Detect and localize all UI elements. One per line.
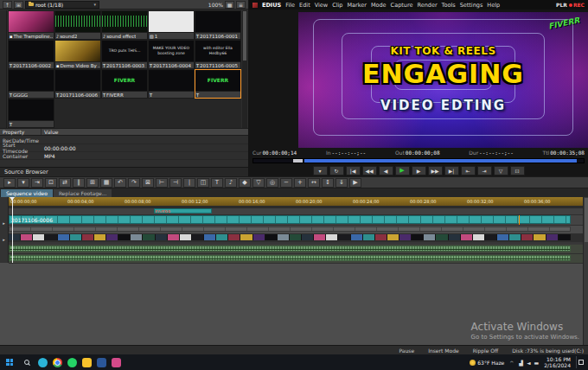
menu-item-help[interactable]: Help xyxy=(487,2,500,9)
timeline-clip-gray[interactable] xyxy=(9,226,571,232)
filmstrip-frame[interactable] xyxy=(58,234,70,240)
add-cut-point-icon[interactable]: ∣ xyxy=(183,178,195,188)
bin-clip[interactable]: MAKE YOUR VIDEO boosting zoneT20171106-0… xyxy=(148,40,195,69)
bin-clip[interactable]: ▨1 xyxy=(148,10,195,40)
filmstrip-frame[interactable] xyxy=(375,234,387,240)
keyframe-icon[interactable]: ◆ xyxy=(239,178,251,188)
bin-clip[interactable]: T20171106-0001 xyxy=(195,10,241,40)
loop-play-button[interactable]: ↻ xyxy=(329,166,344,175)
filmstrip-frame[interactable] xyxy=(290,234,302,240)
menu-item-file[interactable]: File xyxy=(285,2,295,9)
timeline-marker[interactable] xyxy=(519,215,520,225)
filmstrip-frame[interactable] xyxy=(9,234,21,240)
filmstrip-frame[interactable] xyxy=(21,234,33,240)
ripple-mode-icon[interactable]: ⇄ xyxy=(59,178,71,188)
bin-clip[interactable]: T20171106-0002 xyxy=(8,40,54,69)
filmstrip-frame[interactable] xyxy=(33,234,45,240)
tray-expand-caret[interactable]: ^ xyxy=(509,360,514,366)
audio-clip[interactable] xyxy=(9,255,571,261)
filmstrip-frame[interactable] xyxy=(485,234,497,240)
start-button[interactable] xyxy=(0,354,19,370)
scrollbar-thumb[interactable] xyxy=(243,11,246,61)
bin-clip[interactable]: FIVERRT xyxy=(195,69,241,99)
filmstrip-frame[interactable] xyxy=(534,234,546,240)
bin-clip[interactable]: FIVERRTFIVERR xyxy=(101,69,148,99)
filmstrip-frame[interactable] xyxy=(45,234,57,240)
filmstrip-frame[interactable] xyxy=(461,234,473,240)
filmstrip-frame[interactable] xyxy=(106,234,118,240)
edge-icon[interactable] xyxy=(38,358,48,367)
position-handle[interactable] xyxy=(293,159,303,163)
go-to-out-button[interactable]: ▶| xyxy=(444,166,459,175)
export-file-icon[interactable]: ⇓ xyxy=(336,178,348,188)
filmstrip-frame[interactable] xyxy=(302,234,314,240)
whatsapp-icon[interactable] xyxy=(67,358,77,367)
property-column-header[interactable]: Property xyxy=(0,129,42,135)
bin-clip[interactable]: TGGGG xyxy=(8,69,54,99)
bin-clip[interactable]: T xyxy=(148,69,195,99)
filmstrip-frame[interactable] xyxy=(326,234,338,240)
filmstrip-frame[interactable] xyxy=(314,234,326,240)
word-icon[interactable] xyxy=(97,358,106,367)
insert-mode-icon[interactable]: ⇥ xyxy=(31,178,43,188)
filmstrip-frame[interactable] xyxy=(94,234,106,240)
detail-view-icon[interactable]: ≡ xyxy=(236,1,246,9)
move-up-folder-icon[interactable]: ↑ xyxy=(3,1,12,9)
filmstrip-frame[interactable] xyxy=(143,234,155,240)
title-tool-icon[interactable]: T xyxy=(211,178,223,188)
filmstrip-frame[interactable] xyxy=(192,234,204,240)
filmstrip-frame[interactable] xyxy=(156,234,168,240)
trim-end-icon[interactable]: ⊣ xyxy=(169,178,182,188)
filmstrip-frame[interactable] xyxy=(204,234,216,240)
filmstrip-frame[interactable] xyxy=(253,234,265,240)
action-center-button[interactable] xyxy=(576,356,585,368)
filmstrip-frame[interactable] xyxy=(240,234,252,240)
filmstrip-frame[interactable] xyxy=(509,234,521,240)
filmstrip-frame[interactable] xyxy=(338,234,350,240)
folder-path-dropdown[interactable]: root (1/18) xyxy=(25,1,99,9)
set-in-point-button[interactable]: ⇤ xyxy=(461,166,476,175)
bin-clip[interactable]: ♪sound2 xyxy=(54,10,101,40)
network-icon[interactable]: ▟ xyxy=(519,360,523,366)
filmstrip-frame[interactable] xyxy=(70,234,82,240)
select-mode-icon[interactable]: ▸ xyxy=(3,178,16,188)
go-to-in-button[interactable]: |◀ xyxy=(346,166,361,175)
filmstrip-frame[interactable] xyxy=(82,234,94,240)
thumbnail-view-icon[interactable]: ▦ xyxy=(225,1,234,9)
filmstrip-frame[interactable] xyxy=(363,234,375,240)
source-browser-tab[interactable]: Source Browser xyxy=(0,167,248,176)
bin-clip[interactable]: T xyxy=(8,99,54,128)
bin-clip[interactable]: TRO puts THIS...T20171106-0003 xyxy=(101,40,148,69)
filmstrip-frame[interactable] xyxy=(131,234,143,240)
trim-start-icon[interactable]: ⊢ xyxy=(156,178,168,188)
filmstrip-frame[interactable] xyxy=(473,234,485,240)
filmstrip-frame[interactable] xyxy=(387,234,399,240)
timeline-scrollbar[interactable] xyxy=(583,197,588,345)
bin-clip[interactable]: T20171106-0006 xyxy=(54,69,101,99)
snap-toggle-icon[interactable]: ◎ xyxy=(266,178,278,188)
filmstrip-frame[interactable] xyxy=(424,234,436,240)
zoom-in-icon[interactable]: + xyxy=(294,178,306,188)
filmstrip-frame[interactable] xyxy=(351,234,363,240)
undo-icon[interactable]: ↶ xyxy=(114,178,126,188)
chrome-icon[interactable] xyxy=(53,358,62,367)
filmstrip-frame[interactable] xyxy=(436,234,448,240)
bin-zoom-level[interactable]: 100% xyxy=(208,2,223,8)
filmstrip-frame[interactable] xyxy=(265,234,278,240)
bin-clip[interactable]: with editor Ella Hedby66T20171106-0005 xyxy=(195,40,241,69)
monitor-menu-button[interactable]: ▾ xyxy=(313,166,328,175)
expand-audio-tracks-icon[interactable]: ▸ xyxy=(3,237,5,242)
filmstrip-frame[interactable] xyxy=(399,234,412,240)
position-bar[interactable] xyxy=(252,158,585,163)
voice-over-icon[interactable]: ♪ xyxy=(225,178,237,188)
bin-clip[interactable]: ▪Demo Video By ... xyxy=(54,40,101,69)
filmstrip-frame[interactable] xyxy=(228,234,240,240)
clock[interactable]: 10:16 PM 2/16/2024 xyxy=(544,356,571,368)
bin-clip[interactable]: ♪sound effect xyxy=(101,10,148,40)
play-button[interactable]: ▶ xyxy=(395,166,410,175)
fit-to-window-icon[interactable]: ↔ xyxy=(308,178,320,188)
sequence-tab[interactable]: Sequence video xyxy=(1,189,53,197)
menu-item-clip[interactable]: Clip xyxy=(332,2,342,9)
filmstrip-frame[interactable] xyxy=(449,234,461,240)
add-marker-icon[interactable]: ▽ xyxy=(252,178,265,188)
